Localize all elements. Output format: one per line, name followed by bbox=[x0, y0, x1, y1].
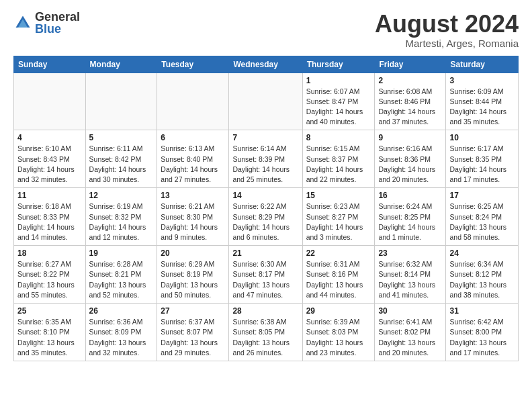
day-detail: Sunrise: 6:32 AMSunset: 8:14 PMDaylight:… bbox=[378, 259, 442, 300]
day-number: 28 bbox=[232, 306, 298, 316]
day-number: 7 bbox=[232, 133, 298, 142]
day-number: 20 bbox=[161, 248, 225, 258]
calendar-header-row: Sunday Monday Tuesday Wednesday Thursday… bbox=[14, 56, 519, 73]
day-detail: Sunrise: 6:19 AMSunset: 8:32 PMDaylight:… bbox=[89, 201, 154, 242]
calendar-cell: 1Sunrise: 6:07 AMSunset: 8:47 PMDaylight… bbox=[302, 73, 375, 130]
logo-general-text: General bbox=[35, 11, 80, 23]
day-detail: Sunrise: 6:27 AMSunset: 8:22 PMDaylight:… bbox=[17, 259, 82, 300]
day-number: 19 bbox=[89, 248, 154, 258]
title-area: August 2024 Martesti, Arges, Romania bbox=[375, 11, 519, 49]
day-detail: Sunrise: 6:17 AMSunset: 8:35 PMDaylight:… bbox=[449, 144, 515, 185]
day-detail: Sunrise: 6:31 AMSunset: 8:16 PMDaylight:… bbox=[306, 259, 371, 300]
logo-icon bbox=[13, 13, 32, 32]
col-thursday: Thursday bbox=[302, 56, 375, 73]
week-row-4: 18Sunrise: 6:27 AMSunset: 8:22 PMDayligh… bbox=[14, 246, 519, 304]
calendar-table: Sunday Monday Tuesday Wednesday Thursday… bbox=[13, 56, 519, 361]
day-number: 10 bbox=[449, 133, 515, 142]
day-detail: Sunrise: 6:18 AMSunset: 8:33 PMDaylight:… bbox=[17, 201, 82, 242]
col-tuesday: Tuesday bbox=[157, 56, 229, 73]
header: General Blue August 2024 Martesti, Arges… bbox=[13, 11, 519, 49]
calendar-cell: 24Sunrise: 6:34 AMSunset: 8:12 PMDayligh… bbox=[446, 246, 519, 304]
calendar-cell: 21Sunrise: 6:30 AMSunset: 8:17 PMDayligh… bbox=[229, 246, 302, 304]
day-number: 16 bbox=[378, 191, 442, 200]
day-detail: Sunrise: 6:21 AMSunset: 8:30 PMDaylight:… bbox=[161, 201, 225, 242]
day-detail: Sunrise: 6:29 AMSunset: 8:19 PMDaylight:… bbox=[161, 259, 225, 300]
calendar-cell: 19Sunrise: 6:28 AMSunset: 8:21 PMDayligh… bbox=[85, 246, 157, 304]
day-detail: Sunrise: 6:36 AMSunset: 8:09 PMDaylight:… bbox=[89, 317, 154, 358]
day-number: 26 bbox=[89, 306, 154, 316]
day-number: 4 bbox=[17, 133, 82, 142]
day-detail: Sunrise: 6:09 AMSunset: 8:44 PMDaylight:… bbox=[449, 87, 515, 128]
day-detail: Sunrise: 6:35 AMSunset: 8:10 PMDaylight:… bbox=[17, 317, 82, 358]
day-number: 1 bbox=[306, 76, 371, 85]
day-number: 6 bbox=[161, 133, 225, 142]
calendar-cell: 2Sunrise: 6:08 AMSunset: 8:46 PMDaylight… bbox=[375, 73, 446, 130]
calendar-cell: 22Sunrise: 6:31 AMSunset: 8:16 PMDayligh… bbox=[302, 246, 375, 304]
day-number: 9 bbox=[378, 133, 442, 142]
day-number: 22 bbox=[306, 248, 371, 258]
day-number: 12 bbox=[89, 191, 154, 200]
day-detail: Sunrise: 6:30 AMSunset: 8:17 PMDaylight:… bbox=[232, 259, 298, 300]
col-friday: Friday bbox=[375, 56, 446, 73]
calendar-cell: 30Sunrise: 6:41 AMSunset: 8:02 PMDayligh… bbox=[375, 304, 446, 361]
calendar-cell: 9Sunrise: 6:16 AMSunset: 8:36 PMDaylight… bbox=[375, 130, 446, 188]
day-number: 15 bbox=[306, 191, 371, 200]
col-sunday: Sunday bbox=[14, 56, 86, 73]
day-detail: Sunrise: 6:39 AMSunset: 8:03 PMDaylight:… bbox=[306, 317, 371, 358]
day-number: 30 bbox=[378, 306, 442, 316]
calendar-cell bbox=[157, 73, 229, 130]
calendar-cell: 23Sunrise: 6:32 AMSunset: 8:14 PMDayligh… bbox=[375, 246, 446, 304]
calendar-cell: 26Sunrise: 6:36 AMSunset: 8:09 PMDayligh… bbox=[85, 304, 157, 361]
calendar-cell: 20Sunrise: 6:29 AMSunset: 8:19 PMDayligh… bbox=[157, 246, 229, 304]
day-number: 21 bbox=[232, 248, 298, 258]
day-number: 3 bbox=[449, 76, 515, 85]
calendar-cell: 7Sunrise: 6:14 AMSunset: 8:39 PMDaylight… bbox=[229, 130, 302, 188]
logo: General Blue bbox=[13, 11, 80, 35]
week-row-3: 11Sunrise: 6:18 AMSunset: 8:33 PMDayligh… bbox=[14, 188, 519, 246]
day-number: 27 bbox=[161, 306, 225, 316]
calendar-cell: 27Sunrise: 6:37 AMSunset: 8:07 PMDayligh… bbox=[157, 304, 229, 361]
calendar-cell: 4Sunrise: 6:10 AMSunset: 8:43 PMDaylight… bbox=[14, 130, 86, 188]
day-detail: Sunrise: 6:16 AMSunset: 8:36 PMDaylight:… bbox=[378, 144, 442, 185]
calendar-cell: 3Sunrise: 6:09 AMSunset: 8:44 PMDaylight… bbox=[446, 73, 519, 130]
calendar-cell: 14Sunrise: 6:22 AMSunset: 8:29 PMDayligh… bbox=[229, 188, 302, 246]
day-detail: Sunrise: 6:22 AMSunset: 8:29 PMDaylight:… bbox=[232, 201, 298, 242]
calendar-cell: 13Sunrise: 6:21 AMSunset: 8:30 PMDayligh… bbox=[157, 188, 229, 246]
page: General Blue August 2024 Martesti, Arges… bbox=[0, 0, 532, 368]
day-detail: Sunrise: 6:42 AMSunset: 8:00 PMDaylight:… bbox=[449, 317, 515, 358]
calendar-cell bbox=[229, 73, 302, 130]
calendar-cell: 6Sunrise: 6:13 AMSunset: 8:40 PMDaylight… bbox=[157, 130, 229, 188]
day-detail: Sunrise: 6:28 AMSunset: 8:21 PMDaylight:… bbox=[89, 259, 154, 300]
day-detail: Sunrise: 6:34 AMSunset: 8:12 PMDaylight:… bbox=[449, 259, 515, 300]
day-detail: Sunrise: 6:23 AMSunset: 8:27 PMDaylight:… bbox=[306, 201, 371, 242]
day-number: 23 bbox=[378, 248, 442, 258]
calendar-cell: 31Sunrise: 6:42 AMSunset: 8:00 PMDayligh… bbox=[446, 304, 519, 361]
calendar-cell bbox=[14, 73, 86, 130]
logo-blue-text: Blue bbox=[35, 23, 80, 35]
day-detail: Sunrise: 6:11 AMSunset: 8:42 PMDaylight:… bbox=[89, 144, 154, 185]
calendar-cell: 11Sunrise: 6:18 AMSunset: 8:33 PMDayligh… bbox=[14, 188, 86, 246]
calendar-cell: 5Sunrise: 6:11 AMSunset: 8:42 PMDaylight… bbox=[85, 130, 157, 188]
day-detail: Sunrise: 6:15 AMSunset: 8:37 PMDaylight:… bbox=[306, 144, 371, 185]
calendar-cell: 8Sunrise: 6:15 AMSunset: 8:37 PMDaylight… bbox=[302, 130, 375, 188]
calendar-cell: 29Sunrise: 6:39 AMSunset: 8:03 PMDayligh… bbox=[302, 304, 375, 361]
col-saturday: Saturday bbox=[446, 56, 519, 73]
day-number: 13 bbox=[161, 191, 225, 200]
subtitle: Martesti, Arges, Romania bbox=[375, 38, 519, 49]
calendar-cell: 17Sunrise: 6:25 AMSunset: 8:24 PMDayligh… bbox=[446, 188, 519, 246]
calendar-cell: 10Sunrise: 6:17 AMSunset: 8:35 PMDayligh… bbox=[446, 130, 519, 188]
day-detail: Sunrise: 6:24 AMSunset: 8:25 PMDaylight:… bbox=[378, 201, 442, 242]
day-number: 2 bbox=[378, 76, 442, 85]
week-row-1: 1Sunrise: 6:07 AMSunset: 8:47 PMDaylight… bbox=[14, 73, 519, 130]
day-detail: Sunrise: 6:14 AMSunset: 8:39 PMDaylight:… bbox=[232, 144, 298, 185]
day-number: 18 bbox=[17, 248, 82, 258]
calendar-cell: 12Sunrise: 6:19 AMSunset: 8:32 PMDayligh… bbox=[85, 188, 157, 246]
day-detail: Sunrise: 6:37 AMSunset: 8:07 PMDaylight:… bbox=[161, 317, 225, 358]
day-detail: Sunrise: 6:41 AMSunset: 8:02 PMDaylight:… bbox=[378, 317, 442, 358]
day-number: 24 bbox=[449, 248, 515, 258]
day-detail: Sunrise: 6:25 AMSunset: 8:24 PMDaylight:… bbox=[449, 201, 515, 242]
calendar-cell: 28Sunrise: 6:38 AMSunset: 8:05 PMDayligh… bbox=[229, 304, 302, 361]
day-number: 17 bbox=[449, 191, 515, 200]
col-monday: Monday bbox=[85, 56, 157, 73]
day-detail: Sunrise: 6:38 AMSunset: 8:05 PMDaylight:… bbox=[232, 317, 298, 358]
